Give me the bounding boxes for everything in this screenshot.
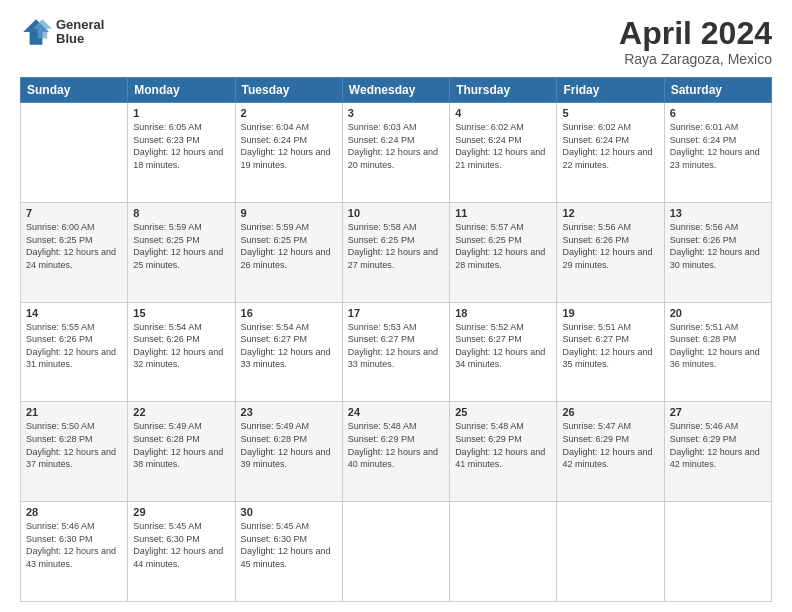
calendar-cell-w3-d4: 25Sunrise: 5:48 AMSunset: 6:29 PMDayligh… bbox=[450, 402, 557, 502]
calendar-cell-w3-d5: 26Sunrise: 5:47 AMSunset: 6:29 PMDayligh… bbox=[557, 402, 664, 502]
logo-line1: General bbox=[56, 18, 104, 32]
day-info: Sunrise: 5:46 AMSunset: 6:29 PMDaylight:… bbox=[670, 420, 766, 470]
day-number: 21 bbox=[26, 406, 122, 418]
calendar-cell-w0-d3: 3Sunrise: 6:03 AMSunset: 6:24 PMDaylight… bbox=[342, 103, 449, 203]
calendar-cell-w1-d6: 13Sunrise: 5:56 AMSunset: 6:26 PMDayligh… bbox=[664, 202, 771, 302]
calendar-cell-w4-d6 bbox=[664, 502, 771, 602]
calendar-cell-w2-d0: 14Sunrise: 5:55 AMSunset: 6:26 PMDayligh… bbox=[21, 302, 128, 402]
calendar-cell-w0-d6: 6Sunrise: 6:01 AMSunset: 6:24 PMDaylight… bbox=[664, 103, 771, 203]
col-saturday: Saturday bbox=[664, 78, 771, 103]
day-number: 26 bbox=[562, 406, 658, 418]
day-info: Sunrise: 5:49 AMSunset: 6:28 PMDaylight:… bbox=[133, 420, 229, 470]
calendar-cell-w3-d0: 21Sunrise: 5:50 AMSunset: 6:28 PMDayligh… bbox=[21, 402, 128, 502]
day-info: Sunrise: 5:48 AMSunset: 6:29 PMDaylight:… bbox=[348, 420, 444, 470]
day-info: Sunrise: 5:48 AMSunset: 6:29 PMDaylight:… bbox=[455, 420, 551, 470]
day-number: 23 bbox=[241, 406, 337, 418]
day-info: Sunrise: 5:54 AMSunset: 6:26 PMDaylight:… bbox=[133, 321, 229, 371]
col-wednesday: Wednesday bbox=[342, 78, 449, 103]
calendar-cell-w2-d3: 17Sunrise: 5:53 AMSunset: 6:27 PMDayligh… bbox=[342, 302, 449, 402]
day-number: 14 bbox=[26, 307, 122, 319]
logo: General Blue bbox=[20, 16, 104, 48]
day-number: 5 bbox=[562, 107, 658, 119]
day-number: 4 bbox=[455, 107, 551, 119]
day-number: 17 bbox=[348, 307, 444, 319]
day-info: Sunrise: 5:56 AMSunset: 6:26 PMDaylight:… bbox=[670, 221, 766, 271]
day-info: Sunrise: 5:46 AMSunset: 6:30 PMDaylight:… bbox=[26, 520, 122, 570]
calendar-cell-w4-d5 bbox=[557, 502, 664, 602]
calendar-cell-w2-d5: 19Sunrise: 5:51 AMSunset: 6:27 PMDayligh… bbox=[557, 302, 664, 402]
week-row-4: 28Sunrise: 5:46 AMSunset: 6:30 PMDayligh… bbox=[21, 502, 772, 602]
title-block: April 2024 Raya Zaragoza, Mexico bbox=[619, 16, 772, 67]
day-number: 7 bbox=[26, 207, 122, 219]
logo-line2: Blue bbox=[56, 32, 104, 46]
day-number: 12 bbox=[562, 207, 658, 219]
calendar-cell-w2-d4: 18Sunrise: 5:52 AMSunset: 6:27 PMDayligh… bbox=[450, 302, 557, 402]
day-info: Sunrise: 5:56 AMSunset: 6:26 PMDaylight:… bbox=[562, 221, 658, 271]
calendar-cell-w3-d1: 22Sunrise: 5:49 AMSunset: 6:28 PMDayligh… bbox=[128, 402, 235, 502]
day-number: 6 bbox=[670, 107, 766, 119]
day-number: 25 bbox=[455, 406, 551, 418]
calendar-cell-w4-d0: 28Sunrise: 5:46 AMSunset: 6:30 PMDayligh… bbox=[21, 502, 128, 602]
day-info: Sunrise: 5:53 AMSunset: 6:27 PMDaylight:… bbox=[348, 321, 444, 371]
day-info: Sunrise: 6:00 AMSunset: 6:25 PMDaylight:… bbox=[26, 221, 122, 271]
day-number: 24 bbox=[348, 406, 444, 418]
day-info: Sunrise: 5:52 AMSunset: 6:27 PMDaylight:… bbox=[455, 321, 551, 371]
day-info: Sunrise: 6:02 AMSunset: 6:24 PMDaylight:… bbox=[562, 121, 658, 171]
day-number: 27 bbox=[670, 406, 766, 418]
calendar-cell-w3-d3: 24Sunrise: 5:48 AMSunset: 6:29 PMDayligh… bbox=[342, 402, 449, 502]
day-info: Sunrise: 5:51 AMSunset: 6:28 PMDaylight:… bbox=[670, 321, 766, 371]
week-row-1: 7Sunrise: 6:00 AMSunset: 6:25 PMDaylight… bbox=[21, 202, 772, 302]
day-number: 16 bbox=[241, 307, 337, 319]
day-number: 20 bbox=[670, 307, 766, 319]
calendar-cell-w3-d6: 27Sunrise: 5:46 AMSunset: 6:29 PMDayligh… bbox=[664, 402, 771, 502]
day-info: Sunrise: 5:47 AMSunset: 6:29 PMDaylight:… bbox=[562, 420, 658, 470]
day-info: Sunrise: 5:50 AMSunset: 6:28 PMDaylight:… bbox=[26, 420, 122, 470]
day-number: 22 bbox=[133, 406, 229, 418]
calendar-subtitle: Raya Zaragoza, Mexico bbox=[619, 51, 772, 67]
logo-text: General Blue bbox=[56, 18, 104, 47]
calendar-cell-w1-d2: 9Sunrise: 5:59 AMSunset: 6:25 PMDaylight… bbox=[235, 202, 342, 302]
calendar-cell-w0-d5: 5Sunrise: 6:02 AMSunset: 6:24 PMDaylight… bbox=[557, 103, 664, 203]
day-number: 10 bbox=[348, 207, 444, 219]
calendar-cell-w1-d4: 11Sunrise: 5:57 AMSunset: 6:25 PMDayligh… bbox=[450, 202, 557, 302]
calendar-cell-w1-d3: 10Sunrise: 5:58 AMSunset: 6:25 PMDayligh… bbox=[342, 202, 449, 302]
day-number: 28 bbox=[26, 506, 122, 518]
day-number: 13 bbox=[670, 207, 766, 219]
day-number: 1 bbox=[133, 107, 229, 119]
day-info: Sunrise: 5:57 AMSunset: 6:25 PMDaylight:… bbox=[455, 221, 551, 271]
calendar-cell-w3-d2: 23Sunrise: 5:49 AMSunset: 6:28 PMDayligh… bbox=[235, 402, 342, 502]
day-info: Sunrise: 6:01 AMSunset: 6:24 PMDaylight:… bbox=[670, 121, 766, 171]
day-number: 29 bbox=[133, 506, 229, 518]
day-info: Sunrise: 5:59 AMSunset: 6:25 PMDaylight:… bbox=[133, 221, 229, 271]
week-row-2: 14Sunrise: 5:55 AMSunset: 6:26 PMDayligh… bbox=[21, 302, 772, 402]
day-info: Sunrise: 6:05 AMSunset: 6:23 PMDaylight:… bbox=[133, 121, 229, 171]
calendar-cell-w4-d3 bbox=[342, 502, 449, 602]
calendar-cell-w1-d1: 8Sunrise: 5:59 AMSunset: 6:25 PMDaylight… bbox=[128, 202, 235, 302]
day-number: 15 bbox=[133, 307, 229, 319]
logo-icon bbox=[20, 16, 52, 48]
day-info: Sunrise: 6:04 AMSunset: 6:24 PMDaylight:… bbox=[241, 121, 337, 171]
day-info: Sunrise: 6:02 AMSunset: 6:24 PMDaylight:… bbox=[455, 121, 551, 171]
calendar-title: April 2024 bbox=[619, 16, 772, 51]
calendar-cell-w4-d4 bbox=[450, 502, 557, 602]
col-friday: Friday bbox=[557, 78, 664, 103]
day-info: Sunrise: 5:54 AMSunset: 6:27 PMDaylight:… bbox=[241, 321, 337, 371]
calendar-cell-w2-d2: 16Sunrise: 5:54 AMSunset: 6:27 PMDayligh… bbox=[235, 302, 342, 402]
calendar-cell-w2-d6: 20Sunrise: 5:51 AMSunset: 6:28 PMDayligh… bbox=[664, 302, 771, 402]
header: General Blue April 2024 Raya Zaragoza, M… bbox=[20, 16, 772, 67]
week-row-3: 21Sunrise: 5:50 AMSunset: 6:28 PMDayligh… bbox=[21, 402, 772, 502]
calendar-cell-w4-d2: 30Sunrise: 5:45 AMSunset: 6:30 PMDayligh… bbox=[235, 502, 342, 602]
col-tuesday: Tuesday bbox=[235, 78, 342, 103]
calendar-cell-w0-d0 bbox=[21, 103, 128, 203]
day-info: Sunrise: 6:03 AMSunset: 6:24 PMDaylight:… bbox=[348, 121, 444, 171]
day-number: 11 bbox=[455, 207, 551, 219]
col-sunday: Sunday bbox=[21, 78, 128, 103]
day-info: Sunrise: 5:49 AMSunset: 6:28 PMDaylight:… bbox=[241, 420, 337, 470]
calendar-cell-w1-d0: 7Sunrise: 6:00 AMSunset: 6:25 PMDaylight… bbox=[21, 202, 128, 302]
col-monday: Monday bbox=[128, 78, 235, 103]
calendar-cell-w0-d2: 2Sunrise: 6:04 AMSunset: 6:24 PMDaylight… bbox=[235, 103, 342, 203]
calendar-cell-w4-d1: 29Sunrise: 5:45 AMSunset: 6:30 PMDayligh… bbox=[128, 502, 235, 602]
calendar-header-row: Sunday Monday Tuesday Wednesday Thursday… bbox=[21, 78, 772, 103]
week-row-0: 1Sunrise: 6:05 AMSunset: 6:23 PMDaylight… bbox=[21, 103, 772, 203]
calendar-cell-w0-d1: 1Sunrise: 6:05 AMSunset: 6:23 PMDaylight… bbox=[128, 103, 235, 203]
